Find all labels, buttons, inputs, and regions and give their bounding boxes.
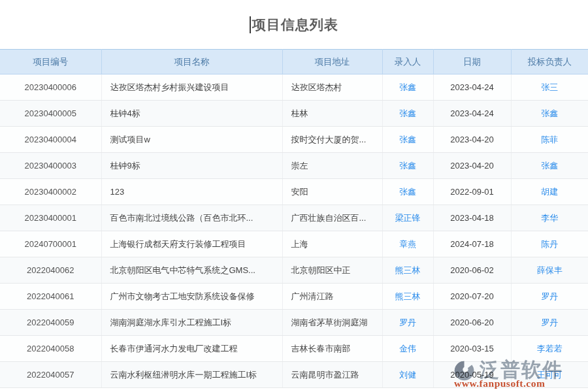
bid-manager-link[interactable]: 陈丹 xyxy=(541,239,558,249)
cell-bid_manager: 张鑫 xyxy=(511,101,588,127)
cell-date: 2020-07-20 xyxy=(433,284,511,310)
cell-bid_manager: 罗丹 xyxy=(511,284,588,310)
bid-manager-link[interactable]: 胡建 xyxy=(541,187,558,197)
cell-date: 2023-04-20 xyxy=(433,127,511,153)
page-title-text: 项目信息列表 xyxy=(252,16,338,34)
cell-bid_manager: 张鑫 xyxy=(511,153,588,179)
cell-code: 20230400004 xyxy=(0,127,101,153)
cell-address: 广西壮族自治区百... xyxy=(282,205,382,231)
cell-date: 2023-04-18 xyxy=(433,205,511,231)
cell-recorder: 熊三林 xyxy=(382,257,433,284)
cell-name: 测试项目w xyxy=(101,127,282,153)
table-row[interactable]: 20230400006达孜区塔杰村乡村振兴建设项目达孜区塔杰村张鑫2023-04… xyxy=(0,74,588,101)
bid-manager-link[interactable]: 张三 xyxy=(541,82,558,92)
bid-manager-link[interactable]: 罗丹 xyxy=(541,318,558,327)
cell-name: 桂钟9标 xyxy=(101,153,282,179)
cell-address: 湖南省茅草街洞庭湖 xyxy=(282,310,382,336)
cell-recorder: 张鑫 xyxy=(382,101,433,127)
cell-name: 广州市文物考古工地安防系统设备保修 xyxy=(101,284,282,310)
cell-code: 20230400006 xyxy=(0,74,101,101)
cell-name: 桂钟4标 xyxy=(101,101,282,127)
project-table: 项目编号项目名称项目地址录入人日期投标负责人 20230400006达孜区塔杰村… xyxy=(0,49,588,388)
cell-date: 2023-04-24 xyxy=(433,74,511,101)
cell-bid_manager: 胡建 xyxy=(511,179,588,205)
recorder-link[interactable]: 梁正锋 xyxy=(395,213,421,223)
cell-bid_manager: 李华 xyxy=(511,205,588,231)
cell-bid_manager: 罗丹 xyxy=(511,310,588,336)
cell-code: 2022040059 xyxy=(0,310,101,336)
table-row[interactable]: 20230400001百色市南北过境线公路（百色市北环...广西壮族自治区百..… xyxy=(0,205,588,231)
table-row[interactable]: 2022040062北京朝阳区电气中芯特气系统之GMS...北京朝阳区中正熊三林… xyxy=(0,257,588,284)
recorder-link[interactable]: 章燕 xyxy=(399,239,416,249)
cell-address: 崇左 xyxy=(282,153,382,179)
text-cursor xyxy=(250,16,251,33)
cell-address: 广州清江路 xyxy=(282,284,382,310)
cell-name: 湖南洞庭湖水库引水工程施工I标 xyxy=(101,310,282,336)
recorder-link[interactable]: 张鑫 xyxy=(399,187,416,197)
cell-code: 2022040057 xyxy=(0,362,101,388)
cell-recorder: 张鑫 xyxy=(382,179,433,205)
table-row[interactable]: 20230400004测试项目w按时交付大厦的贺...张鑫2023-04-20陈… xyxy=(0,127,588,153)
table-row[interactable]: 2022040059湖南洞庭湖水库引水工程施工I标湖南省茅草街洞庭湖罗丹2020… xyxy=(0,310,588,336)
cell-address: 北京朝阳区中正 xyxy=(282,257,382,284)
recorder-link[interactable]: 金伟 xyxy=(399,344,416,353)
table-row[interactable]: 2022040061广州市文物考古工地安防系统设备保修广州清江路熊三林2020-… xyxy=(0,284,588,310)
cell-bid_manager: 张三 xyxy=(511,74,588,101)
cell-date: 2024-07-18 xyxy=(433,231,511,257)
table-row[interactable]: 20240700001上海银行成都天府支行装修工程项目上海章燕2024-07-1… xyxy=(0,231,588,257)
bid-manager-link[interactable]: 薛保丰 xyxy=(537,265,563,275)
recorder-link[interactable]: 熊三林 xyxy=(395,291,421,301)
cell-address: 按时交付大厦的贺... xyxy=(282,127,382,153)
bid-manager-link[interactable]: 张鑫 xyxy=(541,161,558,171)
cell-date: 2020-06-02 xyxy=(433,257,511,284)
cell-recorder: 熊三林 xyxy=(382,284,433,310)
cell-address: 云南昆明市盈江路 xyxy=(282,362,382,388)
recorder-link[interactable]: 张鑫 xyxy=(399,135,416,144)
table-row[interactable]: 20230400005桂钟4标桂林张鑫2023-04-24张鑫 xyxy=(0,101,588,127)
recorder-link[interactable]: 罗丹 xyxy=(399,318,416,327)
cell-code: 20230400001 xyxy=(0,205,101,231)
cell-code: 20230400002 xyxy=(0,179,101,205)
cell-name: 云南水利枢纽潜明水库一期工程施工I标 xyxy=(101,362,282,388)
bid-manager-link[interactable]: 罗丹 xyxy=(541,291,558,301)
table-header-row: 项目编号项目名称项目地址录入人日期投标负责人 xyxy=(0,50,588,74)
title-bar: 项目信息列表 xyxy=(0,0,588,49)
column-header-code[interactable]: 项目编号 xyxy=(0,50,101,74)
bid-manager-link[interactable]: 李若若 xyxy=(537,344,563,353)
column-header-date[interactable]: 日期 xyxy=(433,50,511,74)
bid-manager-link[interactable]: 李华 xyxy=(541,213,558,223)
column-header-name[interactable]: 项目名称 xyxy=(101,50,282,74)
watermark: 泛普软件 www.fanpusoft.com xyxy=(453,357,583,389)
cell-code: 20240700001 xyxy=(0,231,101,257)
cell-recorder: 张鑫 xyxy=(382,74,433,101)
bid-manager-link[interactable]: 陈菲 xyxy=(541,135,558,144)
column-header-address[interactable]: 项目地址 xyxy=(282,50,382,74)
cell-recorder: 刘健 xyxy=(382,362,433,388)
cell-name: 百色市南北过境线公路（百色市北环... xyxy=(101,205,282,231)
column-header-bid_manager[interactable]: 投标负责人 xyxy=(511,50,588,74)
cell-name: 上海银行成都天府支行装修工程项目 xyxy=(101,231,282,257)
cell-name: 长春市伊通河水力发电厂改建工程 xyxy=(101,336,282,362)
table-row[interactable]: 20230400002123安阳张鑫2022-09-01胡建 xyxy=(0,179,588,205)
recorder-link[interactable]: 张鑫 xyxy=(399,161,416,171)
table-row[interactable]: 20230400003桂钟9标崇左张鑫2023-04-20张鑫 xyxy=(0,153,588,179)
cell-recorder: 张鑫 xyxy=(382,153,433,179)
cell-date: 2020-06-20 xyxy=(433,310,511,336)
cell-address: 上海 xyxy=(282,231,382,257)
cell-bid_manager: 陈丹 xyxy=(511,231,588,257)
cell-recorder: 张鑫 xyxy=(382,127,433,153)
cell-name: 北京朝阳区电气中芯特气系统之GMS... xyxy=(101,257,282,284)
recorder-link[interactable]: 张鑫 xyxy=(399,82,416,92)
recorder-link[interactable]: 张鑫 xyxy=(399,108,416,118)
cell-code: 20230400003 xyxy=(0,153,101,179)
cell-recorder: 章燕 xyxy=(382,231,433,257)
recorder-link[interactable]: 熊三林 xyxy=(395,265,421,275)
cell-address: 安阳 xyxy=(282,179,382,205)
cell-recorder: 金伟 xyxy=(382,336,433,362)
cell-date: 2023-04-20 xyxy=(433,153,511,179)
column-header-recorder[interactable]: 录入人 xyxy=(382,50,433,74)
cell-address: 达孜区塔杰村 xyxy=(282,74,382,101)
bid-manager-link[interactable]: 张鑫 xyxy=(541,108,558,118)
cell-name: 123 xyxy=(101,179,282,205)
recorder-link[interactable]: 刘健 xyxy=(399,370,416,380)
